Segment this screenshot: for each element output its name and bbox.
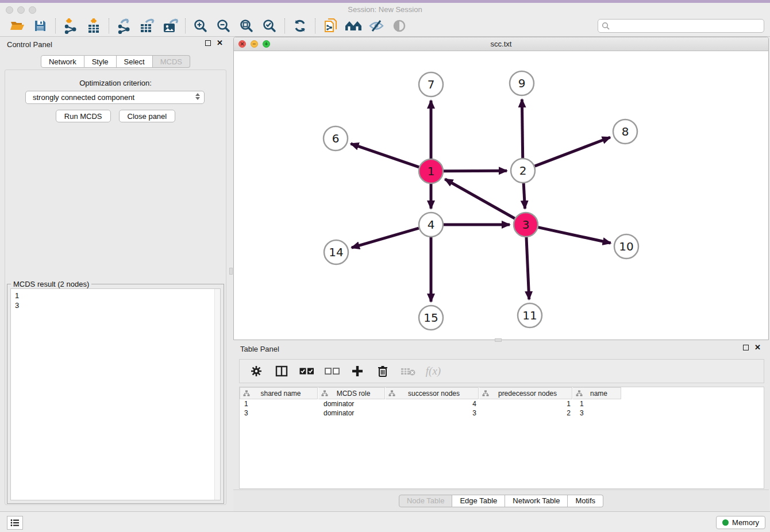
search-input[interactable] xyxy=(598,19,764,33)
graph-node-label: 2 xyxy=(519,164,527,178)
table-cell: 1 xyxy=(575,399,625,408)
export-image-button[interactable] xyxy=(159,17,182,35)
graph-node-9[interactable]: 9 xyxy=(510,71,534,95)
show-all-button[interactable] xyxy=(388,17,411,35)
graph-node-1[interactable]: 1 xyxy=(419,159,443,183)
graph-edge-1-2[interactable] xyxy=(444,171,507,171)
graph-node-3[interactable]: 3 xyxy=(514,213,538,237)
mcds-result-list[interactable]: 13 xyxy=(10,288,221,500)
trash-icon xyxy=(377,365,388,377)
tab-network[interactable]: Network xyxy=(41,55,84,68)
graph-edge-2-8[interactable] xyxy=(535,137,610,166)
graph-node-2[interactable]: 2 xyxy=(511,159,535,183)
graph-node-15[interactable]: 15 xyxy=(419,306,443,330)
hierarchy-icon xyxy=(321,390,328,396)
refresh-button[interactable] xyxy=(288,17,311,35)
vertical-splitter-handle[interactable] xyxy=(229,268,233,275)
delete-table-button[interactable] xyxy=(399,363,417,380)
memory-button[interactable]: Memory xyxy=(716,516,765,529)
zoom-out-button[interactable] xyxy=(212,17,235,35)
graph-node-label: 10 xyxy=(619,240,633,253)
hide-selected-button[interactable] xyxy=(365,17,388,35)
zoom-selected-button[interactable] xyxy=(258,17,281,35)
zoom-in-button[interactable] xyxy=(189,17,212,35)
column-header-label: predecessor nodes xyxy=(489,390,572,398)
tab-mcds[interactable]: MCDS xyxy=(153,55,190,68)
import-table-button[interactable] xyxy=(82,17,105,35)
tab-select[interactable]: Select xyxy=(117,55,153,68)
optimization-criterion-select[interactable]: strongly connected component xyxy=(25,91,205,104)
memory-status-icon xyxy=(722,519,729,526)
graph-node-label: 14 xyxy=(329,245,343,259)
graph-edge-2-3[interactable] xyxy=(523,183,525,209)
graph-node-label: 4 xyxy=(428,218,435,232)
deselect-all-rows-button[interactable] xyxy=(324,363,341,380)
new-network-from-selection-button[interactable] xyxy=(319,17,342,35)
float-panel-icon[interactable] xyxy=(743,345,749,350)
table-row[interactable]: 3dominator323 xyxy=(240,408,764,418)
checked-boxes-icon xyxy=(299,368,314,375)
table-cell: dominator xyxy=(319,399,387,408)
graph-edge-3-10[interactable] xyxy=(538,228,610,243)
result-scrollbar[interactable] xyxy=(214,289,220,500)
tab-node-table[interactable]: Node Table xyxy=(399,495,453,507)
table-cell: 2 xyxy=(481,408,575,418)
graph-edge-2-9[interactable] xyxy=(522,99,522,158)
delete-table-icon xyxy=(401,367,415,376)
column-header-successor-nodes[interactable]: successor nodes xyxy=(386,387,479,399)
table-row[interactable]: 1dominator411 xyxy=(240,399,764,408)
graph-node-8[interactable]: 8 xyxy=(613,119,637,144)
select-all-rows-button[interactable] xyxy=(298,363,315,380)
node-table[interactable]: shared nameMCDS rolesuccessor nodesprede… xyxy=(239,387,764,489)
close-panel-icon[interactable]: ✕ xyxy=(754,345,761,350)
graph-node-7[interactable]: 7 xyxy=(419,72,443,97)
control-panel-title: Control Panel xyxy=(7,40,52,49)
network-canvas[interactable]: 7968124314101511 xyxy=(234,51,768,340)
close-panel-icon[interactable]: ✕ xyxy=(217,40,223,46)
tab-motifs[interactable]: Motifs xyxy=(568,495,603,507)
import-network-button[interactable] xyxy=(59,17,82,35)
function-icon: f(x) xyxy=(426,365,441,377)
column-header-name[interactable]: name xyxy=(573,387,621,399)
graph-node-14[interactable]: 14 xyxy=(324,240,348,264)
open-session-button[interactable] xyxy=(6,17,29,35)
graph-node-label: 7 xyxy=(428,78,435,91)
add-column-button[interactable] xyxy=(349,363,366,380)
save-session-button[interactable] xyxy=(29,17,52,35)
close-panel-button[interactable]: Close panel xyxy=(119,110,176,122)
column-header-shared-name[interactable]: shared name xyxy=(240,387,318,399)
graph-node-label: 3 xyxy=(522,218,530,232)
run-mcds-button[interactable]: Run MCDS xyxy=(56,110,111,122)
gear-icon xyxy=(250,365,263,377)
graph-node-4[interactable]: 4 xyxy=(419,213,443,237)
first-neighbors-button[interactable] xyxy=(342,17,365,35)
network-view-titlebar[interactable]: ✕ − + scc.txt xyxy=(234,37,768,51)
float-panel-icon[interactable] xyxy=(205,40,211,46)
column-header-MCDS-role[interactable]: MCDS role xyxy=(318,387,385,399)
graph-node-10[interactable]: 10 xyxy=(614,234,638,259)
zoom-fit-button[interactable] xyxy=(235,17,258,35)
graph-edge-3-1[interactable] xyxy=(445,179,514,218)
tab-style[interactable]: Style xyxy=(84,55,117,68)
task-history-button[interactable] xyxy=(7,516,23,530)
search-icon xyxy=(602,22,610,30)
toolbar-separator xyxy=(109,18,109,33)
memory-label: Memory xyxy=(732,518,759,527)
tab-edge-table[interactable]: Edge Table xyxy=(452,495,505,507)
split-columns-button[interactable] xyxy=(273,363,290,380)
graph-edge-3-11[interactable] xyxy=(526,237,529,299)
graph-node-6[interactable]: 6 xyxy=(324,126,348,151)
table-settings-button[interactable] xyxy=(248,363,265,380)
table-tabbar: Node TableEdge TableNetwork TableMotifs xyxy=(399,495,603,507)
export-network-button[interactable] xyxy=(113,17,136,35)
graph-node-11[interactable]: 11 xyxy=(518,303,542,327)
apply-function-button[interactable]: f(x) xyxy=(425,363,442,380)
export-table-button[interactable] xyxy=(136,17,159,35)
zoom-in-icon xyxy=(193,18,208,33)
export-network-icon xyxy=(117,18,132,34)
column-header-predecessor-nodes[interactable]: predecessor nodes xyxy=(479,387,572,399)
graph-edge-4-14[interactable] xyxy=(352,228,419,248)
delete-column-button[interactable] xyxy=(374,363,391,380)
tab-network-table[interactable]: Network Table xyxy=(505,495,568,507)
graph-edge-1-6[interactable] xyxy=(351,144,419,167)
